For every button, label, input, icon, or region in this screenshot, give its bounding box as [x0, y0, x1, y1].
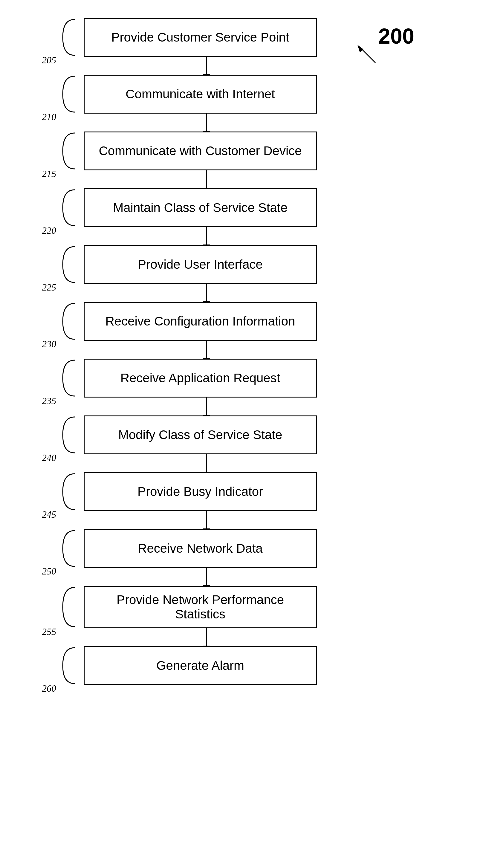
bracket-260	[60, 646, 78, 685]
arrow-250	[206, 568, 207, 586]
step-box-container-215: Communicate with Customer Device215	[60, 131, 329, 170]
step-box-240: Modify Class of Service State	[84, 415, 317, 454]
step-wrapper-240: Modify Class of Service State240	[60, 415, 329, 472]
bracket-220	[60, 188, 78, 227]
step-box-container-230: Receive Configuration Information230	[60, 302, 329, 341]
step-box-container-210: Communicate with Internet210	[60, 75, 329, 114]
bracket-235	[60, 359, 78, 398]
step-box-260: Generate Alarm	[84, 646, 317, 685]
step-box-container-260: Generate Alarm260	[60, 646, 329, 685]
flowchart: Provide Customer Service Point205Communi…	[60, 18, 329, 685]
step-wrapper-235: Receive Application Request235	[60, 359, 329, 415]
step-label-255: 255	[42, 626, 56, 637]
arrow-245	[206, 511, 207, 529]
step-wrapper-250: Receive Network Data250	[60, 529, 329, 586]
step-wrapper-255: Provide Network Performance Statistics25…	[60, 586, 329, 646]
step-wrapper-245: Provide Busy Indicator245	[60, 472, 329, 529]
arrow-255	[206, 628, 207, 646]
step-box-container-205: Provide Customer Service Point205	[60, 18, 329, 57]
step-box-235: Receive Application Request	[84, 359, 317, 398]
step-label-240: 240	[42, 452, 56, 463]
step-label-205: 205	[42, 55, 56, 66]
step-box-container-255: Provide Network Performance Statistics25…	[60, 586, 329, 628]
arrow-220	[206, 227, 207, 245]
step-label-260: 260	[42, 683, 56, 694]
bracket-255	[60, 586, 78, 628]
step-box-container-245: Provide Busy Indicator245	[60, 472, 329, 511]
bracket-240	[60, 415, 78, 454]
step-box-container-240: Modify Class of Service State240	[60, 415, 329, 454]
step-label-250: 250	[42, 566, 56, 577]
step-box-container-235: Receive Application Request235	[60, 359, 329, 398]
bracket-245	[60, 472, 78, 511]
arrow-235	[206, 398, 207, 415]
step-box-245: Provide Busy Indicator	[84, 472, 317, 511]
bracket-205	[60, 18, 78, 57]
step-label-225: 225	[42, 282, 56, 293]
step-box-220: Maintain Class of Service State	[84, 188, 317, 227]
step-wrapper-205: Provide Customer Service Point205	[60, 18, 329, 75]
bracket-250	[60, 529, 78, 568]
step-box-225: Provide User Interface	[84, 245, 317, 284]
step-label-235: 235	[42, 396, 56, 406]
arrow-210	[206, 114, 207, 131]
step-box-230: Receive Configuration Information	[84, 302, 317, 341]
arrow-215	[206, 170, 207, 188]
step-box-container-220: Maintain Class of Service State220	[60, 188, 329, 227]
step-box-container-250: Receive Network Data250	[60, 529, 329, 568]
arrow-230	[206, 341, 207, 359]
step-label-245: 245	[42, 509, 56, 520]
bracket-215	[60, 131, 78, 170]
arrow-225	[206, 284, 207, 302]
step-label-220: 220	[42, 225, 56, 236]
step-label-210: 210	[42, 112, 56, 123]
step-box-215: Communicate with Customer Device	[84, 131, 317, 170]
step-label-215: 215	[42, 168, 56, 179]
arrow-240	[206, 454, 207, 472]
diagram-container: 200 Provide Customer Service Point205Com…	[0, 0, 480, 868]
svg-line-0	[360, 48, 375, 63]
bracket-230	[60, 302, 78, 341]
step-wrapper-230: Receive Configuration Information230	[60, 302, 329, 359]
figure-arrow	[351, 42, 387, 67]
bracket-225	[60, 245, 78, 284]
step-box-container-225: Provide User Interface225	[60, 245, 329, 284]
step-box-250: Receive Network Data	[84, 529, 317, 568]
step-wrapper-220: Maintain Class of Service State220	[60, 188, 329, 245]
step-wrapper-210: Communicate with Internet210	[60, 75, 329, 131]
step-wrapper-215: Communicate with Customer Device215	[60, 131, 329, 188]
step-box-205: Provide Customer Service Point	[84, 18, 317, 57]
step-box-255: Provide Network Performance Statistics	[84, 586, 317, 628]
svg-marker-1	[357, 45, 363, 52]
arrow-205	[206, 57, 207, 75]
bracket-210	[60, 75, 78, 114]
step-wrapper-260: Generate Alarm260	[60, 646, 329, 685]
step-label-230: 230	[42, 339, 56, 350]
step-wrapper-225: Provide User Interface225	[60, 245, 329, 302]
step-box-210: Communicate with Internet	[84, 75, 317, 114]
